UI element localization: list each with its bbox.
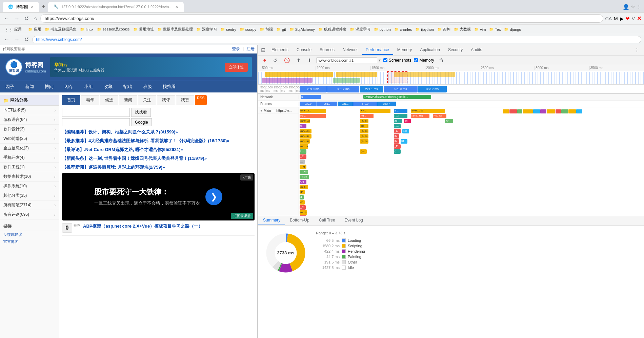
post-title-4[interactable]: 【新闻头条】这一刻, 世界看中国！嫦娥四号代表人类首登月背！(11/979)» bbox=[62, 155, 255, 162]
tab-bottomup[interactable]: Bottom-Up bbox=[285, 216, 314, 225]
content-tab-我赞[interactable]: 我赞 bbox=[176, 95, 194, 105]
sidebar-item-9[interactable]: 其他分类(35)› bbox=[0, 191, 59, 200]
devtools-tab[interactable]: 🔧 127.0.0.1:9222/devtools/inspector.html… bbox=[48, 2, 184, 12]
devtools-tab-close[interactable]: × bbox=[176, 4, 178, 9]
devtools-tab-network[interactable]: Network bbox=[339, 45, 362, 55]
second-forward-button[interactable]: → bbox=[13, 35, 21, 44]
forward-button[interactable]: → bbox=[13, 14, 21, 23]
sidebar-item-1[interactable]: 编程语言(64)› bbox=[0, 115, 59, 125]
sidebar-item-10[interactable]: 所有随笔(2714)› bbox=[0, 200, 59, 210]
cloud-course-btn[interactable]: 汇图云课堂 bbox=[231, 213, 253, 219]
reload-record-button[interactable]: ↺ bbox=[271, 57, 279, 64]
post-title-2[interactable]: 【最多推荐】4大经典排序基础法图解与解析, 看我就够了！《代码完全版》(16/1… bbox=[62, 138, 255, 144]
home-button[interactable]: ⌂ bbox=[32, 14, 38, 23]
tab-close-button[interactable]: × bbox=[31, 4, 34, 9]
bookmark-star-icon[interactable]: ☆ bbox=[631, 4, 635, 9]
nav-item-闪存[interactable]: 闪存 bbox=[59, 81, 79, 92]
sidebar-item-8[interactable]: 操作系统(10)› bbox=[0, 182, 59, 191]
bookmark-item-0[interactable]: 📁应用 bbox=[26, 26, 43, 33]
register-link[interactable]: 注册 bbox=[246, 46, 255, 52]
tab-calltree[interactable]: Call Tree bbox=[314, 216, 340, 225]
bookmark-item-19[interactable]: 📁vim bbox=[472, 26, 487, 32]
nav-item-招聘[interactable]: 招聘 bbox=[118, 81, 138, 92]
bookmark-item-10[interactable]: 📁git bbox=[275, 26, 288, 32]
memory-checkbox[interactable] bbox=[414, 58, 418, 62]
bookmark-item-3[interactable]: 📁session及cookie bbox=[95, 26, 132, 33]
bookmark-item-18[interactable]: 📁大数据 bbox=[452, 26, 472, 33]
url-dropdown-icon[interactable]: ▾ bbox=[379, 58, 381, 63]
sidebar-item-7[interactable]: 数据库技术(10)› bbox=[0, 172, 59, 182]
bookmark-item-5[interactable]: 📁数据库及数据处理 bbox=[156, 26, 195, 33]
bookmark-item-1[interactable]: 📁书点及数据采集 bbox=[43, 26, 78, 33]
sidebar-item-5[interactable]: 手机开发(4)› bbox=[0, 153, 59, 163]
bookmark-item-6[interactable]: 📁深度学习 bbox=[195, 26, 219, 33]
address-bar[interactable] bbox=[40, 14, 603, 23]
content-tab-精华[interactable]: 精华 bbox=[81, 95, 99, 105]
url-input[interactable]: www.cnblogs.com #1 bbox=[316, 57, 377, 63]
post-title-1[interactable]: 【编辑推荐】设计、架构、框架之间是什么关系？(3/1599)» bbox=[62, 129, 255, 135]
trash-button[interactable]: 🗑 bbox=[437, 57, 446, 64]
post-title-3[interactable]: 【最评论】.Net Core ORM选择之路, 哪个才适合你(65/2621)» bbox=[62, 147, 255, 153]
search-input-2[interactable] bbox=[62, 118, 130, 126]
devtools-tab-console[interactable]: Console bbox=[293, 45, 316, 55]
nav-item-收藏[interactable]: 收藏 bbox=[98, 81, 118, 92]
bookmark-apps[interactable]: ⋮⋮ 应用 bbox=[3, 26, 24, 33]
devtools-tab-application[interactable]: Application bbox=[416, 45, 444, 55]
nav-item-班级[interactable]: 班级 bbox=[138, 81, 157, 92]
sidebar-item-6[interactable]: 软件工程(1)› bbox=[0, 163, 59, 172]
nav-item-园子[interactable]: 园子 bbox=[0, 81, 20, 92]
search-btn-1[interactable]: 找找看 bbox=[131, 108, 151, 117]
devtools-tab-memory[interactable]: Memory bbox=[393, 45, 416, 55]
second-reload-button[interactable]: ↺ bbox=[23, 35, 30, 44]
sidebar-item-0[interactable]: .NET技术(5)› bbox=[0, 106, 59, 115]
new-tab-button[interactable]: + bbox=[40, 3, 47, 10]
devtools-tab-security[interactable]: Security bbox=[444, 45, 467, 55]
bookmark-item-7[interactable]: 📁sentry bbox=[219, 26, 238, 32]
bookmark-item-8[interactable]: 📁scrapy bbox=[238, 26, 258, 32]
back-button[interactable]: ← bbox=[3, 14, 11, 23]
second-back-button[interactable]: ← bbox=[3, 35, 11, 44]
login-link[interactable]: 登录 bbox=[232, 46, 240, 52]
sidebar-item-3[interactable]: Web前端(25)› bbox=[0, 134, 59, 144]
sidebar-link-1[interactable]: 官方博客 bbox=[0, 238, 59, 245]
devtools-tab-elements[interactable]: Elements bbox=[267, 45, 293, 55]
abp-post-title[interactable]: ABP框架（asp.net core 2.X+Vue）模板项目学习之路（一） bbox=[83, 223, 255, 229]
bookmark-item-17[interactable]: 📁架构 bbox=[436, 26, 452, 33]
content-tab-候选[interactable]: 候选 bbox=[100, 95, 118, 105]
reload-button[interactable]: ↺ bbox=[23, 14, 30, 23]
sidebar-link-0[interactable]: 反馈或建议 bbox=[0, 231, 59, 238]
browser-tab[interactable]: 🌐 博客园 × bbox=[3, 2, 39, 12]
bookmark-item-13[interactable]: 📁深度学习 bbox=[348, 26, 372, 33]
download-button[interactable]: ⬇ bbox=[305, 57, 314, 64]
bookmark-item-21[interactable]: 📁django bbox=[502, 26, 523, 32]
close-ad-btn[interactable]: ×广告 bbox=[240, 174, 253, 181]
bookmark-item-11[interactable]: 📁SqlAlchemy bbox=[288, 26, 317, 32]
sidebar-item-4[interactable]: 企业信息化(2)› bbox=[0, 144, 59, 153]
sidebar-item-2[interactable]: 软件设计(3)› bbox=[0, 125, 59, 134]
ad-cta-btn[interactable]: 立即体验 bbox=[225, 63, 248, 72]
post-title-5[interactable]: 【推荐新闻】邂逅美丽月球: 月球上的环形坑(2/759)» bbox=[62, 164, 255, 170]
nav-item-新闻[interactable]: 新闻 bbox=[20, 81, 39, 92]
bookmark-item-4[interactable]: 📁常用地址 bbox=[132, 26, 156, 33]
bookmark-item-12[interactable]: 📁线程进程并发 bbox=[317, 26, 348, 33]
devtools-tab-audits[interactable]: Audits bbox=[467, 45, 486, 55]
devtools-dots-menu[interactable]: ⋮ bbox=[632, 47, 641, 54]
bookmark-item-20[interactable]: 📁Tex bbox=[487, 26, 502, 32]
bookmark-item-16[interactable]: 📁ijpython bbox=[414, 26, 436, 32]
devtools-tab-performance[interactable]: Performance bbox=[362, 45, 393, 55]
devtools-tab-sources[interactable]: Sources bbox=[316, 45, 339, 55]
rss-badge[interactable]: RSS bbox=[195, 95, 207, 105]
record-button[interactable]: ● bbox=[261, 57, 268, 64]
second-address-bar[interactable] bbox=[32, 36, 641, 43]
ad-play-btn[interactable]: ❯ bbox=[205, 188, 222, 205]
clear-button[interactable]: 🚫 bbox=[282, 57, 292, 64]
settings-icon[interactable]: ⋮ bbox=[637, 4, 641, 9]
bookmark-item-2[interactable]: 📁linux bbox=[78, 26, 95, 32]
content-tab-关注[interactable]: 关注 bbox=[138, 95, 156, 105]
tab-summary[interactable]: Summary bbox=[258, 216, 285, 225]
bookmark-item-9[interactable]: 📁前端 bbox=[258, 26, 275, 33]
content-tab-我评[interactable]: 我评 bbox=[157, 95, 175, 105]
upload-button[interactable]: ⬆ bbox=[295, 57, 303, 64]
nav-item-小组[interactable]: 小组 bbox=[79, 81, 98, 92]
nav-item-博问[interactable]: 博问 bbox=[39, 81, 59, 92]
